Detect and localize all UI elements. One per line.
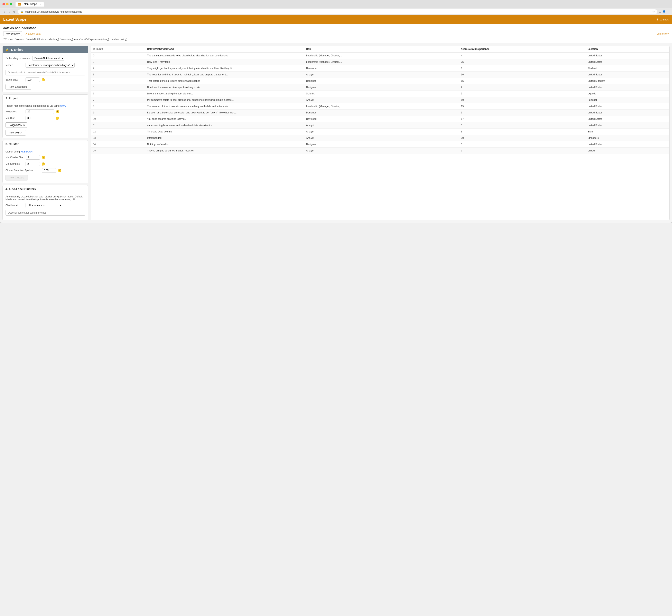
min-cluster-size-help-icon[interactable]: 🤔 [42,156,45,159]
cell-text: Nothing, we're all in! [145,141,304,148]
app-header: Latent Scope ⚙ settings [0,15,672,24]
autolabel-section-title: 4. Auto-Label Clusters [6,187,36,191]
autolabel-description: Automatically create labels for each clu… [6,195,85,201]
col-header-years: YearsDataVizExperience [459,46,586,52]
job-history-link[interactable]: Job history [657,32,669,35]
data-table-container[interactable]: ls_index DataVizNotUnderstood Role Years… [91,46,669,154]
new-embedding-button[interactable]: New Embedding [6,84,31,90]
traffic-lights [2,3,12,5]
browser-tab[interactable]: LS Latent Scope ✕ [16,2,44,7]
tab-close-button[interactable]: ✕ [39,3,41,6]
table-header-row: ls_index DataVizNotUnderstood Role Years… [91,46,669,52]
cell-location: United States [586,72,669,78]
min-samples-input[interactable] [26,162,40,166]
cell-role: Designer [304,110,459,116]
cell-idx: 7 [91,97,145,103]
embed-section-header: 🔒 1. Embed [3,46,88,53]
cell-idx: 10 [91,116,145,122]
table-row: 2 They might get but they normally sent … [91,65,669,72]
cell-years: 20 [459,135,586,141]
cell-location: United States [586,59,669,65]
profile-icon[interactable]: 👤 [662,10,666,13]
cell-location: United States [586,84,669,91]
cluster-section: 3. Cluster Cluster using HDBSCAN Min Clu… [2,140,88,183]
cell-years: 25 [459,59,586,65]
cell-text: The amount of time it takes to create so… [145,103,304,110]
col-header-ls_index: ls_index [91,46,145,52]
settings-link[interactable]: ⚙ settings [656,18,669,21]
embedding-col-label: Embedding on column: [6,57,31,60]
cell-years: 5 [459,141,586,148]
cell-text: It's seen as a blue collar profession an… [145,110,304,116]
data-table: ls_index DataVizNotUnderstood Role Years… [91,46,669,154]
cell-location: United States [586,103,669,110]
min-cluster-size-input[interactable] [26,155,40,160]
neighbors-label: Neighbors: [6,110,24,113]
maximize-window-button[interactable] [10,3,12,5]
neighbors-input[interactable] [26,109,54,114]
align-umaps-button[interactable]: + Align UMAPs [6,122,27,128]
bookmark-icon[interactable]: ☆ [652,10,655,13]
min-dist-input[interactable] [26,116,54,120]
batch-size-help-icon[interactable]: 🤔 [41,78,45,81]
left-panel: 🔒 1. Embed Embedding on column: DataVizN… [2,46,88,220]
cell-idx: 1 [91,59,145,65]
cell-idx: 9 [91,110,145,116]
epsilon-row: Cluster Selection Epsilon: 🤔 [6,168,85,173]
prefix-input[interactable] [6,70,85,75]
batch-size-input[interactable] [26,77,40,82]
tab-favicon: LS [18,3,21,6]
chat-model-select[interactable]: nltk - top-words [26,203,62,208]
cell-text: time and understanding the best viz to u… [145,91,304,97]
url-display: localhost:5174/datasets/datavis-notunder… [25,10,82,13]
export-data-link[interactable]: ↗ Export data [25,32,40,35]
model-select[interactable]: transformers: jinaai/jina-embeddings-v2-… [26,63,75,68]
minimize-window-button[interactable] [6,3,9,5]
new-tab-button[interactable]: + [46,2,48,6]
cell-years: 5 [459,91,586,97]
min-samples-row: Min Samples: 🤔 [6,162,85,166]
umap-link[interactable]: UMAP [60,104,67,107]
project-section: 2. Project Project high-dimensional embe… [2,94,88,138]
table-row: 3 The need for and time it takes to main… [91,72,669,78]
min-dist-help-icon[interactable]: 🤔 [56,116,59,120]
embed-section-body: Embedding on column: DataVizNotUnderstoo… [3,53,88,92]
embedding-col-select[interactable]: DataVizNotUnderstood [32,56,64,61]
neighbors-help-icon[interactable]: 🤔 [56,110,59,113]
table-row: 1 How long it may take Leadership (Manag… [91,59,669,65]
table-row: 9 It's seen as a blue collar profession … [91,110,669,116]
context-input[interactable] [6,210,85,216]
cell-role: Analyst [304,148,459,154]
hdbscan-link[interactable]: HDBSCAN [20,150,32,153]
refresh-button[interactable]: ↺ [12,10,16,13]
table-row: 11 understanding how to use and understa… [91,122,669,129]
browser-window: LS Latent Scope ✕ + ‹ › ↺ 🔒 localhost:51… [0,0,672,223]
address-bar[interactable]: 🔒 localhost:5174/datasets/datavis-notund… [18,9,657,14]
cluster-description: Cluster using HDBSCAN [6,150,85,153]
cell-text: effort needed [145,135,304,141]
cell-location: United States [586,116,669,122]
dataset-row-count: 765 rows. Columns: [3,38,25,41]
epsilon-input[interactable] [42,168,56,173]
new-clusters-button[interactable]: New Clusters [6,175,28,180]
extensions-icon[interactable]: ⬡ [659,10,661,13]
epsilon-help-icon[interactable]: 🤔 [58,169,61,172]
new-scope-button[interactable]: New scope ▾ [3,31,22,36]
new-umap-button[interactable]: New UMAP [6,130,26,136]
more-options-icon[interactable]: ⋮ [667,10,670,13]
cell-location: Portugal [586,97,669,103]
cell-location: United [586,148,669,154]
back-button[interactable]: ‹ [2,10,7,13]
embed-emoji: 🔒 [6,48,9,51]
cell-text: understanding how to use and understand … [145,122,304,129]
cell-years: 9 [459,110,586,116]
cell-years: 3 [459,129,586,135]
browser-toolbar-icons: ⬡ 👤 ⋮ [659,10,670,13]
table-row: 15 They're clinging to old techniques. f… [91,148,669,154]
close-window-button[interactable] [2,3,5,5]
chat-model-label: Chat Model: [6,204,24,207]
cell-role: Scientist [304,91,459,97]
forward-button[interactable]: › [7,10,11,13]
min-samples-help-icon[interactable]: 🤔 [41,162,45,166]
cell-role: Leadership (Manager, Director,... [304,52,459,59]
